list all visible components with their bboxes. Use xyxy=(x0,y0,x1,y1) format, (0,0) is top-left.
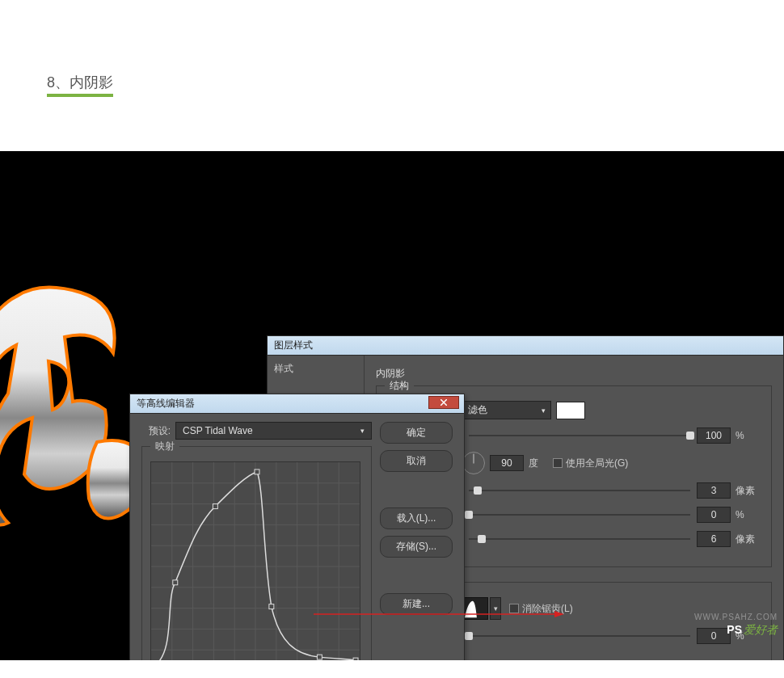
svg-rect-19 xyxy=(173,580,178,585)
step-label: 8、内阴影 xyxy=(47,73,113,97)
distance-unit: 像素 xyxy=(736,484,760,498)
opacity-input[interactable]: 100 xyxy=(697,427,731,444)
ok-button[interactable]: 确定 xyxy=(380,422,453,444)
size-slider[interactable] xyxy=(469,533,690,545)
cancel-button[interactable]: 取消 xyxy=(380,450,453,472)
map-group: 映射 xyxy=(141,446,372,660)
map-label: 映射 xyxy=(150,440,179,453)
section-title: 内阴影 xyxy=(376,367,772,381)
contour-thumbnail[interactable] xyxy=(462,597,488,620)
preset-label: 预设: xyxy=(141,424,175,438)
opacity-unit: % xyxy=(736,430,760,441)
chevron-down-icon: ▾ xyxy=(360,427,365,435)
watermark-logo: PS爱好者 xyxy=(727,623,778,638)
contour-dropdown[interactable]: ▾ xyxy=(490,597,501,620)
svg-rect-23 xyxy=(317,655,322,659)
layer-style-title[interactable]: 图层样式 xyxy=(268,336,783,356)
canvas-area: 图层样式 样式 内阴影 结构 混合模式: 滤色 ▾ xyxy=(0,151,784,660)
preset-value: CSP Tidal Wave xyxy=(183,425,253,436)
contour-editor-title-bar[interactable]: 等高线编辑器 xyxy=(130,394,464,414)
choke-input[interactable]: 0 xyxy=(697,507,731,523)
color-swatch[interactable] xyxy=(556,402,585,419)
chevron-down-icon: ▾ xyxy=(494,604,498,613)
svg-rect-22 xyxy=(269,604,274,609)
close-icon xyxy=(440,399,447,406)
styles-label: 样式 xyxy=(274,362,357,376)
distance-slider[interactable] xyxy=(469,484,690,497)
svg-rect-21 xyxy=(255,470,259,474)
load-button[interactable]: 载入(L)... xyxy=(380,507,453,529)
choke-unit: % xyxy=(736,509,760,520)
save-button[interactable]: 存储(S)... xyxy=(380,536,453,558)
antialias-label: 消除锯齿(L) xyxy=(522,602,573,616)
chevron-down-icon: ▾ xyxy=(542,406,546,415)
antialias-checkbox[interactable] xyxy=(509,604,519,613)
curve-editor[interactable] xyxy=(150,461,360,660)
close-button[interactable] xyxy=(428,396,459,409)
blend-mode-select[interactable]: 滤色 ▾ xyxy=(462,401,551,419)
new-button[interactable]: 新建... xyxy=(380,593,453,615)
opacity-slider[interactable] xyxy=(469,429,690,442)
contour-editor-title: 等高线编辑器 xyxy=(137,398,195,409)
blend-mode-value: 滤色 xyxy=(468,403,487,417)
watermark-text: 爱好者 xyxy=(744,623,778,636)
noise-slider[interactable] xyxy=(469,630,690,642)
watermark-ps: PS xyxy=(727,623,742,636)
angle-input[interactable]: 90 xyxy=(490,455,524,471)
size-unit: 像素 xyxy=(736,533,760,546)
svg-rect-24 xyxy=(353,658,358,660)
contour-editor-dialog: 等高线编辑器 预设: CSP Tidal Wave ▾ 映射 xyxy=(129,394,465,660)
angle-dial[interactable] xyxy=(462,452,485,474)
global-light-checkbox[interactable] xyxy=(553,458,563,468)
distance-input[interactable]: 3 xyxy=(697,482,731,499)
watermark-url: WWW.PSAHZ.COM xyxy=(694,613,778,621)
global-light-label: 使用全局光(G) xyxy=(566,457,628,470)
size-input[interactable]: 6 xyxy=(697,531,731,547)
preset-select[interactable]: CSP Tidal Wave ▾ xyxy=(175,422,372,440)
svg-rect-20 xyxy=(213,504,217,509)
noise-input[interactable]: 0 xyxy=(697,628,731,644)
choke-slider[interactable] xyxy=(469,508,690,521)
structure-group-title: 结构 xyxy=(385,379,414,393)
angle-unit: 度 xyxy=(529,457,553,470)
